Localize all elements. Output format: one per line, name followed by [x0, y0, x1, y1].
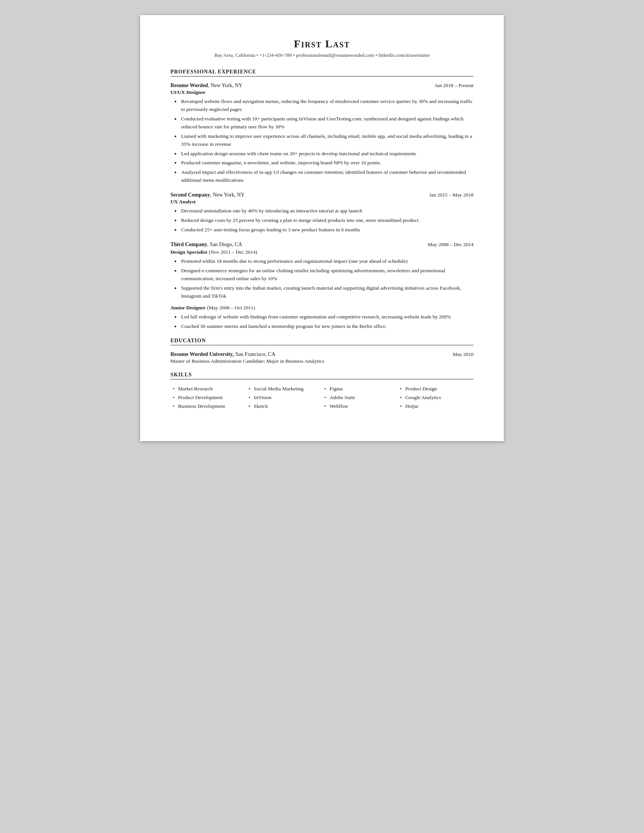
experience-section: Professional Experience Resume Worded, N… — [171, 69, 473, 330]
bullet-item: Liaised with marketing to improve user e… — [174, 132, 473, 148]
bullet-item: Reduced design costs by 25 percent by cr… — [174, 217, 473, 225]
edu-header-1: Resume Worded University, San Francisco,… — [171, 351, 473, 357]
company-location-2: , New York, NY — [210, 192, 245, 198]
education-section: Education Resume Worded University, San … — [171, 338, 473, 364]
skills-column-1: Market Research Product Development Busi… — [171, 385, 246, 411]
skills-grid: Market Research Product Development Busi… — [171, 385, 473, 411]
bullet-item: Promoted within 18 months due to strong … — [174, 257, 473, 265]
skills-column-3: Figma Adobe Suite Webflow — [322, 385, 398, 411]
experience-section-title: Professional Experience — [171, 69, 473, 77]
bullet-item: Conducted 25+ user-testing focus groups … — [174, 226, 473, 234]
bullet-item: Supported the firm's entry into the Indi… — [174, 285, 473, 300]
skills-section-title: Skills — [171, 372, 473, 380]
job-date-1: Jun 2018 – Present — [435, 82, 473, 88]
skill-item: Hotjar — [399, 402, 473, 411]
skill-item: Adobe Suite — [324, 393, 398, 402]
bullet-item: Coached 30 summer interns and launched a… — [174, 323, 473, 331]
job-bullets-2: Decreased uninstallation rate by 40% by … — [171, 207, 473, 234]
skill-item: Google Analytics — [399, 393, 473, 402]
company-location-1: , New York, NY — [208, 82, 242, 88]
job-header-2: Second Company, New York, NY Jan 2015 – … — [171, 191, 473, 198]
contact-info: Bay Area, California • +1-234-456-789 • … — [171, 52, 473, 58]
job-bullets-3: Promoted within 18 months due to strong … — [171, 257, 473, 300]
job-company-location-2: Second Company, New York, NY — [171, 191, 245, 198]
job-entry-2: Second Company, New York, NY Jan 2015 – … — [171, 191, 473, 234]
job-bullets-1: Revamped website flows and navigation me… — [171, 98, 473, 184]
skill-item: Product Development — [172, 393, 246, 402]
bullet-item: Designed e-commerce strategies for an on… — [174, 267, 473, 283]
education-section-title: Education — [171, 338, 473, 345]
skill-item: Business Development — [172, 402, 246, 411]
skill-item: InVision — [248, 393, 322, 402]
resume-document: First Last Bay Area, California • +1-234… — [140, 15, 504, 441]
job-date-2: Jan 2015 – May 2018 — [429, 192, 473, 198]
sub-bullets-3: Led full redesign of website with findin… — [171, 313, 473, 331]
school-name-1: Resume Worded University, — [171, 351, 234, 357]
bullet-item: Conducted evaluative testing with 10+ pa… — [174, 115, 473, 131]
job-title-3: Design Specialist (Nov 2011 – Dec 2014) — [171, 248, 473, 255]
bullet-item: Revamped website flows and navigation me… — [174, 98, 473, 114]
skill-item: Figma — [324, 385, 398, 393]
skills-column-4: Product Design Google Analytics Hotjar — [398, 385, 473, 411]
candidate-name: First Last — [171, 38, 473, 50]
skill-item: Market Research — [172, 385, 246, 393]
edu-date-1: May 2010 — [453, 351, 473, 357]
job-header-1: Resume Worded, New York, NY Jun 2018 – P… — [171, 82, 473, 88]
edu-degree-1: Master of Business Administration Candid… — [171, 358, 473, 364]
header-section: First Last Bay Area, California • +1-234… — [171, 38, 473, 58]
skill-item: Product Design — [399, 385, 473, 393]
job-company-location-3: Third Company, San Diego, CA — [171, 241, 242, 248]
company-name-2: Second Company — [171, 192, 210, 198]
sub-title-3: Junior Designer (May 2008 – Oct 2011) — [171, 304, 473, 311]
job-date-3: May 2008 – Dec 2014 — [428, 241, 473, 248]
skills-section: Skills Market Research Product Developme… — [171, 372, 473, 411]
skill-item: Social Media Marketing — [248, 385, 322, 393]
skill-item: Webflow — [324, 402, 398, 411]
bullet-item: Led full redesign of website with findin… — [174, 313, 473, 321]
bullet-item: Analyzed impact and effectiveness of in-… — [174, 169, 473, 184]
company-name-1: Resume Worded — [171, 82, 208, 88]
skills-column-2: Social Media Marketing InVision Sketch — [246, 385, 322, 411]
job-header-3: Third Company, San Diego, CA May 2008 – … — [171, 241, 473, 248]
edu-entry-1: Resume Worded University, San Francisco,… — [171, 351, 473, 364]
bullet-item: Produced customer magazine, e-newsletter… — [174, 159, 473, 167]
bullet-item: Led application design sessions with cli… — [174, 150, 473, 158]
job-title-2: UX Analyst — [171, 199, 473, 205]
job-company-location-1: Resume Worded, New York, NY — [171, 82, 242, 88]
skill-item: Sketch — [248, 402, 322, 411]
edu-school-location-1: Resume Worded University, San Francisco,… — [171, 351, 275, 357]
job-entry-3: Third Company, San Diego, CA May 2008 – … — [171, 241, 473, 330]
company-name-3: Third Company — [171, 241, 207, 247]
job-entry-1: Resume Worded, New York, NY Jun 2018 – P… — [171, 82, 473, 184]
company-location-3: , San Diego, CA — [207, 241, 242, 247]
job-title-1: UI/UX Designer — [171, 89, 473, 95]
bullet-item: Decreased uninstallation rate by 40% by … — [174, 207, 473, 215]
